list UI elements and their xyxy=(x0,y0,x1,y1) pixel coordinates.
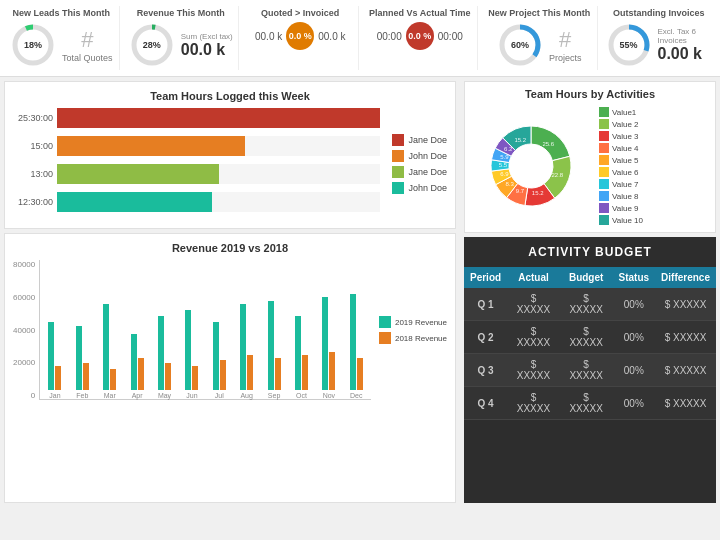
kpi-new-project-title: New Project This Month xyxy=(488,8,590,18)
ab-cell-4: $ XXXXX xyxy=(655,321,716,354)
month-label: Jan xyxy=(49,392,60,399)
month-group: Apr xyxy=(124,334,149,399)
ab-cell-1: $ XXXXX xyxy=(507,387,560,420)
bar-2019 xyxy=(268,301,274,390)
act-legend-label: Value 5 xyxy=(612,156,639,165)
bar-2018 xyxy=(220,360,226,390)
kpi-new-project-donut: 60% xyxy=(497,22,543,68)
month-group: Nov xyxy=(316,297,341,399)
bar-2019 xyxy=(240,304,246,390)
legend-item-1: John Doe xyxy=(392,150,447,162)
bar-2018 xyxy=(165,363,171,390)
bar-outer xyxy=(57,192,380,212)
ab-cell-0: Q 3 xyxy=(464,354,507,387)
donut-label-0: 25.6 xyxy=(542,141,554,147)
legend-item-3: John Doe xyxy=(392,182,447,194)
kpi-outstanding: Outstanding Invoices 55% Excl. Tax 6 Inv… xyxy=(602,6,717,70)
kpi-new-leads-hash: # xyxy=(81,27,93,53)
y-label: 80000 xyxy=(13,260,35,269)
kpi-outstanding-value: 0.00 k xyxy=(658,45,713,63)
bar-label: 13:00 xyxy=(13,169,53,179)
ab-cell-2: $ XXXXX xyxy=(560,354,613,387)
rev-bars-area: Jan Feb Mar Apr May Jun xyxy=(39,260,371,400)
month-group: Feb xyxy=(70,326,95,399)
ab-header-row: PeriodActualBudgetStatusDifference xyxy=(464,267,716,288)
month-bars xyxy=(152,316,177,390)
bar-row-1: 15:00 xyxy=(13,136,380,156)
kpi-quoted-badge: 0.0 % xyxy=(286,22,314,50)
legend-color xyxy=(392,182,404,194)
month-group: Oct xyxy=(289,316,314,399)
ab-header-cell: Difference xyxy=(655,267,716,288)
kpi-new-leads: New Leads This Month 18% # Total Quotes xyxy=(4,6,120,70)
bar-label: 12:30:00 xyxy=(13,197,53,207)
bar-fill xyxy=(57,164,219,184)
y-label: 60000 xyxy=(13,293,35,302)
ab-cell-4: $ XXXXX xyxy=(655,288,716,321)
bar-fill xyxy=(57,136,245,156)
month-bars xyxy=(97,304,122,390)
kpi-new-project-pct: 60% xyxy=(511,40,529,50)
kpi-planned: Planned Vs Actual Time 00:00 0.0 % 00:00 xyxy=(363,6,479,70)
donut-label-2: 15.2 xyxy=(532,190,544,196)
kpi-revenue-title: Revenue This Month xyxy=(137,8,225,18)
ab-cell-1: $ XXXXX xyxy=(507,288,560,321)
month-bars xyxy=(261,301,286,390)
kpi-row: New Leads This Month 18% # Total Quotes … xyxy=(0,0,720,77)
kpi-planned-left: 00:00 xyxy=(377,31,402,42)
bar-outer xyxy=(57,136,380,156)
kpi-revenue: Revenue This Month 28% Sum (Excl tax) 00… xyxy=(124,6,240,70)
ab-cell-3: 00% xyxy=(613,354,656,387)
bar-2019 xyxy=(48,322,54,390)
bar-2018 xyxy=(55,366,61,390)
month-label: Jun xyxy=(186,392,197,399)
ab-row-3: Q 4$ XXXXX$ XXXXX00%$ XXXXX xyxy=(464,387,716,420)
act-legend-item-8: Value 9 xyxy=(599,203,643,213)
rev-legend-item: 2019 Revenue xyxy=(379,316,447,328)
ab-cell-2: $ XXXXX xyxy=(560,288,613,321)
bar-2019 xyxy=(131,334,137,390)
bar-2019 xyxy=(76,326,82,390)
legend-label: John Doe xyxy=(408,151,447,161)
ab-header-cell: Budget xyxy=(560,267,613,288)
month-label: Nov xyxy=(323,392,335,399)
activities-donut: 25.622.815.29.78.36.95.55.96.215.2 xyxy=(471,106,591,226)
donut-label-6: 5.5 xyxy=(499,162,508,168)
legend-color xyxy=(379,316,391,328)
bar-2018 xyxy=(192,366,198,390)
act-legend-label: Value1 xyxy=(612,108,636,117)
bar-2018 xyxy=(83,363,89,390)
bar-2019 xyxy=(185,310,191,390)
bar-2019 xyxy=(158,316,164,390)
act-legend-label: Value 10 xyxy=(612,216,643,225)
act-legend-item-6: Value 7 xyxy=(599,179,643,189)
act-legend-item-5: Value 6 xyxy=(599,167,643,177)
act-legend-color xyxy=(599,119,609,129)
bar-2019 xyxy=(103,304,109,390)
month-bars xyxy=(316,297,341,390)
legend-color xyxy=(392,150,404,162)
donut-label-4: 8.3 xyxy=(505,181,514,187)
act-legend-item-9: Value 10 xyxy=(599,215,643,225)
bar-fill xyxy=(57,108,380,128)
activity-budget-table: PeriodActualBudgetStatusDifference Q 1$ … xyxy=(464,267,716,420)
bar-2018 xyxy=(329,352,335,390)
bar-fill xyxy=(57,192,212,212)
kpi-quoted-left: 00.0 k xyxy=(255,31,282,42)
main-content: Team Hours Logged this Week 25:30:00 15:… xyxy=(0,77,720,507)
activities-title: Team Hours by Activities xyxy=(471,88,709,100)
ab-cell-4: $ XXXXX xyxy=(655,387,716,420)
act-legend-color xyxy=(599,191,609,201)
month-group: Dec xyxy=(344,294,369,399)
kpi-planned-title: Planned Vs Actual Time xyxy=(369,8,471,18)
act-legend-color xyxy=(599,215,609,225)
ab-cell-1: $ XXXXX xyxy=(507,321,560,354)
act-legend-color xyxy=(599,131,609,141)
kpi-new-project: New Project This Month 60% # Projects xyxy=(482,6,598,70)
ab-row-1: Q 2$ XXXXX$ XXXXX00%$ XXXXX xyxy=(464,321,716,354)
ab-cell-3: 00% xyxy=(613,321,656,354)
month-label: Oct xyxy=(296,392,307,399)
month-bars xyxy=(179,310,204,390)
bar-legend: Jane Doe John Doe Jane Doe John Doe xyxy=(384,108,447,220)
act-legend-item-7: Value 8 xyxy=(599,191,643,201)
